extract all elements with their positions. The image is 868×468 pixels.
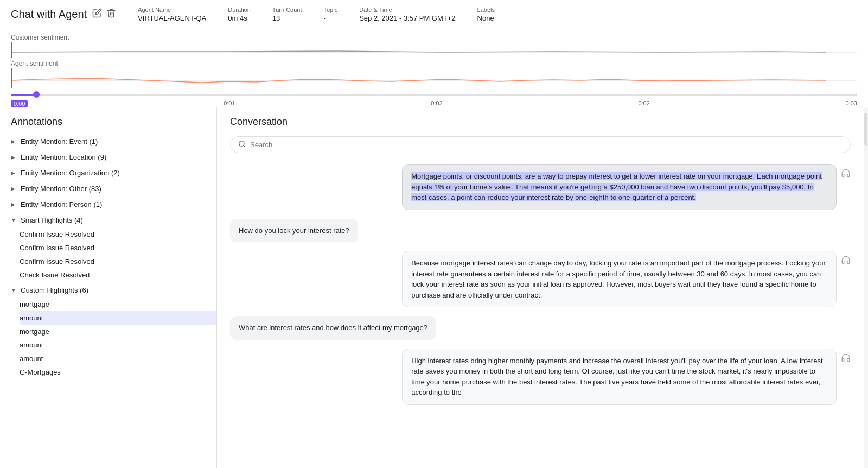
annotations-title: Annotations [0,116,216,134]
list-item[interactable]: mortgage [20,298,216,311]
annotation-group-entity-organization: ▶ Entity Mention: Organization (2) [0,166,216,180]
message-row: How do you lock your interest rate? [230,219,851,243]
search-box[interactable] [230,136,851,153]
list-item[interactable]: amount [20,352,216,365]
annotation-group-header-entity-event[interactable]: ▶ Entity Mention: Event (1) [0,134,216,149]
audio-play-icon[interactable] [841,168,851,180]
labels-label: Labels [477,7,495,13]
page-header: Chat with Agent Agent Name VIRTUAL-AGENT… [0,0,868,29]
list-item[interactable]: Confirm Issue Resolved [20,255,216,268]
timeline-track [11,94,857,96]
search-icon [238,140,246,149]
annotation-group-header-entity-other[interactable]: ▶ Entity Mention: Other (83) [0,181,216,196]
labels-meta: Labels None [477,7,495,22]
search-input[interactable] [250,141,843,149]
annotation-group-label-entity-other: Entity Mention: Other (83) [21,185,101,193]
chevron-down-icon: ▼ [11,287,17,293]
annotation-group-smart-highlights: ▼ Smart Highlights (4) Confirm Issue Res… [0,213,216,282]
title-actions [92,8,116,21]
annotation-group-label-entity-organization: Entity Mention: Organization (2) [21,169,120,177]
user-message-bubble: How do you lock your interest rate? [230,219,358,243]
customer-sentiment-label: Customer sentiment [11,34,857,41]
timeline-progress [11,94,36,96]
turn-count-label: Turn Count [272,7,302,13]
message-row: High interest rates bring higher monthly… [230,349,851,405]
message-row: Mortgage points, or discount points, are… [230,164,851,210]
timeline-track-container [11,90,857,99]
custom-highlights-children: mortgage amount mortgage amount amount G… [0,298,216,379]
topic-label: Topic [323,7,337,13]
chevron-right-icon: ▶ [11,201,17,207]
annotation-group-header-smart-highlights[interactable]: ▼ Smart Highlights (4) [0,213,216,227]
annotation-group-header-entity-person[interactable]: ▶ Entity Mention: Person (1) [0,197,216,212]
annotation-group-entity-event: ▶ Entity Mention: Event (1) [0,134,216,149]
message-row: What are interest rates and how does it … [230,316,851,340]
chevron-right-icon: ▶ [11,170,17,176]
list-item[interactable]: Confirm Issue Resolved [20,241,216,255]
turn-count-value: 13 [272,14,302,22]
annotation-group-header-entity-location[interactable]: ▶ Entity Mention: Location (9) [0,150,216,165]
list-item[interactable]: amount [20,338,216,352]
annotation-group-header-custom-highlights[interactable]: ▼ Custom Highlights (6) [0,283,216,298]
agent-name-label: Agent Name [138,7,206,13]
svg-line-3 [244,146,245,147]
list-item[interactable]: Check Issue Resolved [20,268,216,282]
customer-sentiment-svg [12,42,857,58]
agent-name-value: VIRTUAL-AGENT-QA [138,14,206,22]
scrollbar-track [864,107,868,468]
list-item[interactable]: G-Mortgages [20,365,216,379]
highlighted-text: Mortgage points, or discount points, are… [411,172,822,201]
agent-name-meta: Agent Name VIRTUAL-AGENT-QA [138,7,206,22]
agent-sentiment-svg [12,68,857,88]
sentiment-section: Customer sentiment Agent sentiment 0:00 … [0,29,868,107]
turn-count-meta: Turn Count 13 [272,7,302,22]
chevron-right-icon: ▶ [11,186,17,192]
chevron-down-icon: ▼ [11,217,17,223]
annotation-group-label-entity-location: Entity Mention: Location (9) [21,153,106,161]
conversation-title: Conversation [230,116,851,128]
list-item[interactable]: Confirm Issue Resolved [20,227,216,241]
header-metadata: Agent Name VIRTUAL-AGENT-QA Duration 0m … [138,7,857,22]
list-item[interactable]: amount [20,311,216,325]
annotation-group-label-entity-event: Entity Mention: Event (1) [21,137,98,146]
agent-message-bubble: Mortgage points, or discount points, are… [402,164,837,210]
annotation-group-label-entity-person: Entity Mention: Person (1) [21,200,102,208]
date-time-label: Date & Time [359,7,455,13]
delete-icon[interactable] [106,8,116,21]
timeline-handle[interactable] [33,91,40,98]
annotation-group-header-entity-organization[interactable]: ▶ Entity Mention: Organization (2) [0,166,216,180]
agent-sentiment-chart [11,68,857,88]
topic-meta: Topic - [323,7,337,22]
annotations-panel: Annotations ▶ Entity Mention: Event (1) … [0,107,217,468]
duration-label: Duration [228,7,251,13]
duration-meta: Duration 0m 4s [228,7,251,22]
annotation-group-custom-highlights: ▼ Custom Highlights (6) mortgage amount … [0,283,216,379]
annotation-group-entity-person: ▶ Entity Mention: Person (1) [0,197,216,212]
time-mark-4: 0:03 [846,100,857,107]
audio-play-icon[interactable] [841,353,851,365]
chevron-right-icon: ▶ [11,154,17,160]
page-title-section: Chat with Agent [11,8,116,21]
agent-message-bubble: High interest rates bring higher monthly… [402,349,837,405]
user-message-bubble: What are interest rates and how does it … [230,316,436,340]
customer-sentiment-chart [11,42,857,58]
timeline[interactable]: 0:00 0:01 0:02 0:02 0:03 [11,88,857,107]
page-title: Chat with Agent [11,8,87,21]
conversation-panel: Conversation Mortgage points, or discoun… [217,107,864,468]
time-mark-1: 0:01 [224,100,235,107]
message-row: Because mortgage interest rates can chan… [230,251,851,307]
time-mark-2: 0:02 [431,100,442,107]
agent-sentiment-label: Agent sentiment [11,60,857,67]
duration-value: 0m 4s [228,14,251,22]
scrollbar-thumb[interactable] [864,113,867,146]
annotation-group-label-smart-highlights: Smart Highlights (4) [21,216,83,224]
audio-play-icon[interactable] [841,255,851,267]
agent-message-bubble: Because mortgage interest rates can chan… [402,251,837,307]
annotation-group-label-custom-highlights: Custom Highlights (6) [21,286,88,294]
edit-icon[interactable] [92,8,102,21]
smart-highlights-children: Confirm Issue Resolved Confirm Issue Res… [0,227,216,282]
topic-value: - [323,14,337,22]
time-mark-3: 0:02 [638,100,649,107]
list-item[interactable]: mortgage [20,325,216,338]
labels-value: None [477,14,495,22]
